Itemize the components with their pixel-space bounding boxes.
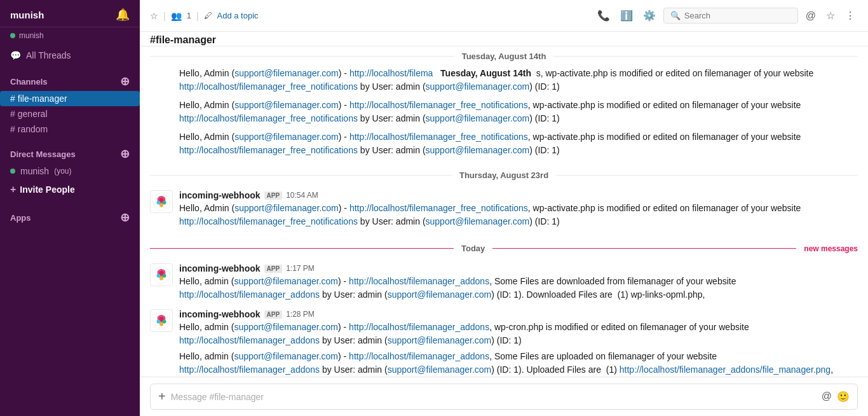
add-apps-icon[interactable]: ⊕ [120, 211, 130, 225]
apps-section-header[interactable]: Apps ⊕ [0, 200, 140, 227]
notification-icon[interactable]: 🔔 [116, 8, 130, 22]
notif-link-2b[interactable]: http://localhost/filemanager_free_notifi… [179, 113, 358, 123]
url-link-thu[interactable]: http://localhost/filemanager_free_notifi… [349, 203, 528, 213]
email-today-1[interactable]: support@filemanager.com [234, 276, 338, 286]
channels-section-header[interactable]: Channels ⊕ [0, 64, 140, 91]
email-link-thu[interactable]: support@filemanager.com [234, 203, 339, 213]
pipe-divider: | [163, 11, 166, 21]
message-row-today-1: incoming-webhook APP 1:17 PM Hello, admi… [140, 261, 868, 304]
email-today-1b[interactable]: support@filemanager.com [388, 289, 492, 300]
today-divider: Today new messages [140, 239, 868, 258]
threads-icon: 💬 [10, 50, 21, 60]
message-text-2b: http://localhost/filemanager_free_notifi… [179, 112, 858, 125]
message-content-today-1: incoming-webhook APP 1:17 PM Hello, admi… [179, 263, 858, 302]
svg-point-4 [159, 203, 163, 207]
message-input-area: + @ 🙂 [140, 377, 868, 416]
settings-icon[interactable]: ⚙️ [641, 7, 658, 24]
invite-people-item[interactable]: + Invite People [0, 179, 140, 200]
addons-link-2b[interactable]: http://localhost/filemanager_addons [179, 335, 320, 345]
addons-link-1b[interactable]: http://localhost/filemanager_addons [179, 289, 320, 300]
channel-name-general: general [18, 109, 48, 119]
addons-link-2c[interactable]: http://localhost/filemanager_addons [349, 351, 489, 361]
dm-you-label: (you) [54, 167, 71, 176]
all-threads-item[interactable]: 💬 All Threads [0, 46, 140, 64]
notif-link-1[interactable]: http://localhost/filemanager_free_notifi… [179, 81, 358, 92]
search-input[interactable] [684, 11, 791, 20]
today-label: Today [461, 244, 485, 253]
add-dm-icon[interactable]: ⊕ [120, 147, 130, 161]
star-channel-icon[interactable]: ☆ [150, 11, 158, 21]
workspace-name[interactable]: munish [10, 10, 44, 20]
avatar-incoming-webhook-today-1 [150, 263, 173, 286]
email-today-2b[interactable]: support@filemanager.com [388, 335, 492, 345]
email-link-thu-2[interactable]: support@filemanager.com [426, 216, 530, 226]
dm-item-munish[interactable]: munish (you) [0, 163, 140, 179]
email-link-1[interactable]: support@filemanager.com [234, 68, 339, 78]
addons-link-2[interactable]: http://localhost/filemanager_addons [349, 322, 489, 332]
divider-line-thu-right [556, 175, 858, 176]
msg-today-2a: Hello, admin (support@filemanager.com) -… [179, 321, 858, 347]
timestamp-today-2: 1:28 PM [286, 310, 315, 319]
notif-link-3b[interactable]: http://localhost/filemanager_free_notifi… [179, 145, 358, 155]
notif-link-3[interactable]: http://localhost/filemanager_free_notifi… [349, 132, 528, 142]
svg-point-14 [159, 322, 163, 326]
email-link-3[interactable]: support@filemanager.com [234, 132, 339, 142]
message-text-3: Hello, Admin (support@filemanager.com) -… [179, 130, 858, 144]
email-today-2d[interactable]: support@filemanager.com [388, 364, 492, 375]
date-divider-thursday: Thursday, August 23rd [140, 165, 868, 185]
member-count-icon: 👥 [171, 11, 182, 21]
file-link-png[interactable]: http://localhost/filemanager_addons/file… [620, 364, 831, 375]
msg-today-2b: Hello, admin (support@filemanager.com) -… [179, 350, 858, 377]
sidebar-item-general[interactable]: # general [0, 106, 140, 121]
channel-hash-icon-random: # [10, 124, 15, 134]
message-text-1: Hello, Admin (support@filemanager.com) -… [179, 67, 858, 80]
star-icon-header[interactable]: ☆ [824, 7, 837, 24]
sidebar-header: munish 🔔 [0, 0, 140, 27]
channel-header-left: ☆ | 👥 1 | 🖊 Add a topic [150, 11, 259, 21]
add-channel-icon[interactable]: ⊕ [120, 74, 130, 88]
channel-title: #file-manager [150, 34, 216, 46]
pipe-divider-2: | [196, 11, 199, 21]
messages-area: Tuesday, August 14th Hello, Admin (suppo… [140, 46, 868, 377]
channel-header-right: 📞 ℹ️ ⚙️ 🔍 @ ☆ ⋮ [595, 7, 858, 24]
addons-link-2d[interactable]: http://localhost/filemanager_addons [179, 364, 320, 375]
more-icon[interactable]: ⋮ [843, 7, 858, 24]
notif-link-2[interactable]: http://localhost/filemanager_free_notifi… [349, 100, 528, 110]
channels-label: Channels [10, 77, 48, 87]
email-today-2[interactable]: support@filemanager.com [234, 322, 338, 332]
compact-message-3: Hello, Admin (support@filemanager.com) -… [140, 130, 868, 158]
at-mention-icon[interactable]: @ [822, 391, 832, 403]
email-link-2[interactable]: support@filemanager.com [234, 100, 339, 110]
emoji-icon[interactable]: 🙂 [837, 391, 850, 403]
today-divider-line-right [492, 248, 796, 249]
message-text-3b: http://localhost/filemanager_free_notifi… [179, 144, 858, 157]
add-topic-link[interactable]: Add a topic [217, 11, 259, 20]
email-today-2c[interactable]: support@filemanager.com [234, 351, 338, 361]
sidebar-item-file-manager[interactable]: # file-manager [0, 91, 140, 106]
date-divider-tuesday: Tuesday, August 14th [140, 46, 868, 66]
notif-link-thu[interactable]: http://localhost/filemanager_free_notifi… [179, 216, 358, 226]
email-link-3b[interactable]: support@filemanager.com [426, 145, 530, 155]
url-link-1[interactable]: http://localhost/filema [349, 68, 433, 78]
message-input[interactable] [171, 392, 817, 402]
main-panel: ☆ | 👥 1 | 🖊 Add a topic 📞 ℹ️ ⚙️ 🔍 @ ☆ ⋮ … [140, 0, 868, 416]
message-header-today-2: incoming-webhook APP 1:28 PM [179, 309, 858, 319]
at-icon[interactable]: @ [803, 8, 818, 24]
sidebar-item-random[interactable]: # random [0, 121, 140, 137]
email-link-2b[interactable]: support@filemanager.com [426, 113, 530, 123]
app-badge-today-1: APP [264, 265, 283, 273]
svg-point-9 [159, 276, 163, 280]
channel-header: ☆ | 👥 1 | 🖊 Add a topic 📞 ℹ️ ⚙️ 🔍 @ ☆ ⋮ [140, 0, 868, 32]
channel-hash-icon: # [10, 94, 15, 104]
message-row-today-2: incoming-webhook APP 1:28 PM Hello, admi… [140, 307, 868, 377]
dm-section-header[interactable]: Direct Messages ⊕ [0, 137, 140, 163]
info-icon[interactable]: ℹ️ [618, 7, 635, 24]
email-link-1b[interactable]: support@filemanager.com [426, 81, 530, 92]
phone-icon[interactable]: 📞 [595, 7, 613, 24]
addons-link-1[interactable]: http://localhost/filemanager_addons [349, 276, 489, 286]
invite-plus-icon: + [10, 184, 16, 195]
message-content-today-2: incoming-webhook APP 1:28 PM Hello, admi… [179, 309, 858, 377]
message-row-thursday: incoming-webhook APP 10:54 AM Hello, Adm… [140, 188, 868, 231]
attach-plus-button[interactable]: + [158, 389, 166, 404]
message-header-today-1: incoming-webhook APP 1:17 PM [179, 263, 858, 274]
